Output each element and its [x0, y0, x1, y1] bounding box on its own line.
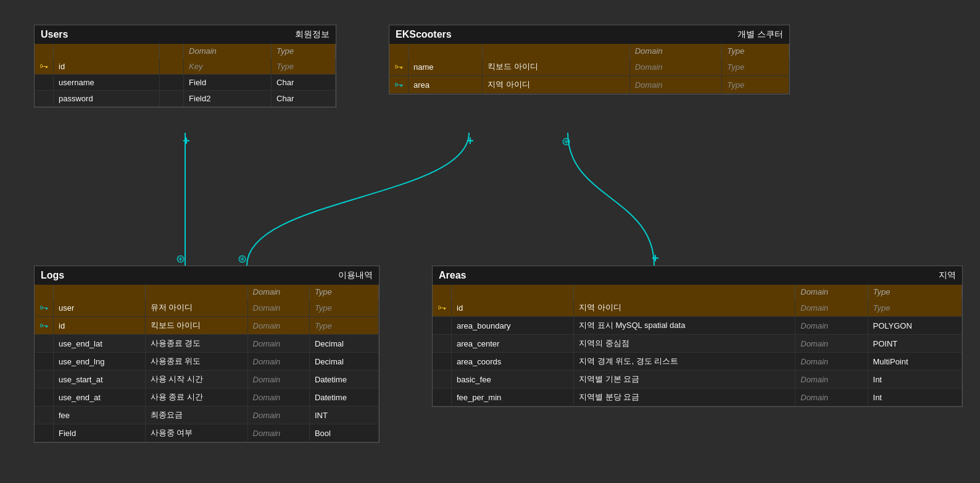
- logs-user-domain: Domain: [247, 299, 309, 317]
- users-password-type: Char: [272, 91, 336, 107]
- ekscooters-name-desc: 킥보드 아이디: [482, 58, 629, 76]
- users-table-header: Users 회원정보: [35, 25, 336, 44]
- logs-col-key-header: [35, 285, 54, 299]
- areas-basic-fee-desc: 지역별 기본 요금: [574, 371, 795, 388]
- areas-col-domain-header: Domain: [795, 285, 868, 299]
- logs-id-domain: Domain: [247, 317, 309, 335]
- logs-id-key: 🗝: [35, 317, 54, 335]
- yellow-key-icon-3: 🗝: [438, 303, 446, 313]
- users-password-key: [35, 91, 54, 107]
- areas-basic-fee-domain: Domain: [795, 371, 868, 388]
- logs-row-use-end-at: use_end_at 사용 종료 시간 Domain Datetime: [35, 388, 379, 406]
- users-row-id: 🗝 id Key Type: [35, 58, 336, 75]
- logs-field-domain: Domain: [247, 424, 309, 442]
- users-username-domain: Field: [184, 75, 272, 91]
- logs-use-end-at-field: use_end_at: [54, 388, 146, 406]
- logs-use-end-at-domain: Domain: [247, 388, 309, 406]
- users-id-type: Type: [272, 58, 336, 75]
- users-col-field-header: [54, 44, 160, 58]
- users-row-password: password Field2 Char: [35, 91, 336, 107]
- logs-user-type: Type: [309, 299, 378, 317]
- logs-row-use-end-lng: use_end_lng 사용종료 위도 Domain Decimal: [35, 353, 379, 371]
- areas-col-key-header: [433, 285, 452, 299]
- areas-area-center-domain: Domain: [795, 335, 868, 353]
- logs-row-id: 🗝 id 킥보드 아이디 Domain Type: [35, 317, 379, 335]
- areas-basic-fee-type: Int: [868, 371, 961, 388]
- logs-user-key: 🗝: [35, 299, 54, 317]
- logs-use-end-lat-type: Decimal: [309, 335, 378, 353]
- logs-use-end-at-key: [35, 388, 54, 406]
- logs-use-end-lng-field: use_end_lng: [54, 353, 146, 371]
- users-col-type-header: Type: [272, 44, 336, 58]
- logs-table-label: 이용내역: [338, 270, 373, 281]
- ekscooters-col-key-header: [389, 44, 409, 58]
- users-id-key: 🗝: [35, 58, 54, 75]
- cyan-key-icon-2: 🗝: [39, 303, 48, 313]
- ekscooters-col-field-header: [409, 44, 483, 58]
- users-col-domain-header: Domain: [184, 44, 272, 58]
- areas-table-label: 지역: [939, 270, 956, 281]
- users-id-field: id: [54, 58, 160, 75]
- logs-field-field: Field: [54, 424, 146, 442]
- areas-area-boundary-desc: 지역 표시 MySQL spatial data: [574, 317, 795, 335]
- ekscooters-area-type: Type: [722, 76, 789, 94]
- areas-row-area-center: area_center 지역의 중심점 Domain POINT: [433, 335, 962, 353]
- logs-use-end-at-desc: 사용 종료 시간: [145, 388, 247, 406]
- users-password-field: password: [54, 91, 160, 107]
- users-id-domain: Key: [184, 58, 272, 75]
- svg-text:+: +: [183, 134, 190, 148]
- cyan-key-icon-3: 🗝: [39, 321, 48, 330]
- areas-id-type: Type: [868, 299, 961, 317]
- logs-col-domain-header: Domain: [247, 285, 309, 299]
- logs-fee-desc: 최종요금: [145, 406, 247, 424]
- ekscooters-col-type-header: Type: [722, 44, 789, 58]
- logs-use-end-lat-key: [35, 335, 54, 353]
- logs-fee-field: fee: [54, 406, 146, 424]
- ekscooters-table-header: EKScooters 개별 스쿠터: [389, 25, 789, 44]
- logs-use-end-lng-type: Decimal: [309, 353, 378, 371]
- areas-table: Areas 지역 Domain Type 🗝 id 지역 아이디 Domain: [432, 266, 963, 407]
- ekscooters-area-key: 🗝: [389, 76, 409, 94]
- areas-area-center-key: [433, 335, 452, 353]
- users-col-key-header: [35, 44, 54, 58]
- logs-use-start-at-key: [35, 371, 54, 388]
- diagram-canvas: + ⊛ + ⊛ ⊛ + Users 회원정보 Domain Ty: [0, 0, 980, 483]
- areas-header-row: Domain Type: [433, 285, 962, 299]
- ekscooters-area-field: area: [409, 76, 483, 94]
- logs-use-end-lat-field: use_end_lat: [54, 335, 146, 353]
- logs-use-end-lng-domain: Domain: [247, 353, 309, 371]
- logs-use-end-lng-key: [35, 353, 54, 371]
- ekscooters-name-domain: Domain: [629, 58, 722, 76]
- areas-col-desc-header: [574, 285, 795, 299]
- ekscooters-area-domain: Domain: [629, 76, 722, 94]
- areas-table-header: Areas 지역: [433, 266, 962, 285]
- areas-area-coords-domain: Domain: [795, 353, 868, 371]
- areas-area-coords-key: [433, 353, 452, 371]
- areas-basic-fee-key: [433, 371, 452, 388]
- areas-id-domain: Domain: [795, 299, 868, 317]
- yellow-key-icon-2: 🗝: [394, 62, 403, 72]
- areas-fee-per-min-type: Int: [868, 388, 961, 406]
- areas-fee-per-min-desc: 지역별 분당 요금: [574, 388, 795, 406]
- areas-table-name: Areas: [439, 270, 466, 281]
- logs-use-end-lng-desc: 사용종료 위도: [145, 353, 247, 371]
- users-password-domain: Field2: [184, 91, 272, 107]
- ekscooters-table-label: 개별 스쿠터: [737, 29, 783, 40]
- areas-id-desc: 지역 아이디: [574, 299, 795, 317]
- areas-row-area-boundary: area_boundary 지역 표시 MySQL spatial data D…: [433, 317, 962, 335]
- ekscooters-area-desc: 지역 아이디: [482, 76, 629, 94]
- areas-id-field: id: [452, 299, 574, 317]
- areas-col-type-header: Type: [868, 285, 961, 299]
- logs-user-field: user: [54, 299, 146, 317]
- areas-area-coords-type: MultiPoint: [868, 353, 961, 371]
- areas-row-area-coords: area_coords 지역 경계 위도, 경도 리스트 Domain Mult…: [433, 353, 962, 371]
- users-id-desc: [159, 58, 183, 75]
- logs-id-desc: 킥보드 아이디: [145, 317, 247, 335]
- logs-row-user: 🗝 user 유저 아이디 Domain Type: [35, 299, 379, 317]
- ekscooters-table-name: EKScooters: [396, 29, 452, 40]
- ekscooters-col-desc-header: [482, 44, 629, 58]
- logs-col-desc-header: [145, 285, 247, 299]
- areas-area-boundary-domain: Domain: [795, 317, 868, 335]
- logs-col-field-header: [54, 285, 146, 299]
- logs-row-use-start-at: use_start_at 사용 시작 시간 Domain Datetime: [35, 371, 379, 388]
